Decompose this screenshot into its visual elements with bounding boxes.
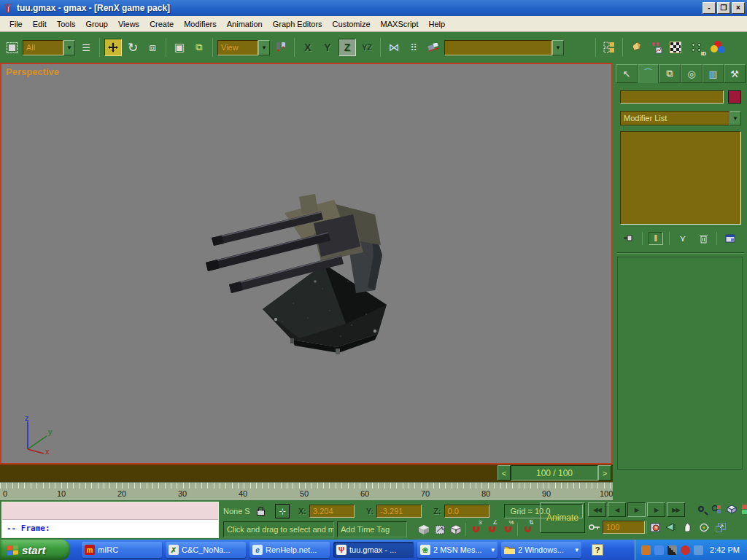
pan-hand-button[interactable] — [681, 521, 694, 534]
select-move-button[interactable] — [104, 39, 122, 56]
pin-stack-button[interactable] — [622, 232, 636, 245]
field-of-view-button[interactable] — [664, 521, 677, 534]
tab-hierarchy[interactable]: ⧉ — [659, 64, 681, 83]
menu-file[interactable]: File — [4, 18, 28, 31]
animate-button[interactable]: Animate — [540, 502, 585, 533]
tab-display[interactable]: ▥ — [703, 64, 724, 83]
chevron-down-icon[interactable]: ▼ — [552, 40, 564, 55]
select-object-button[interactable] — [3, 39, 20, 56]
show-end-result-button[interactable]: ‖ — [649, 232, 663, 245]
menu-modifiers[interactable]: Modifiers — [179, 18, 222, 31]
object-color-swatch[interactable] — [728, 90, 741, 104]
chevron-down-icon[interactable]: ▼ — [258, 40, 270, 55]
menu-group[interactable]: Group — [80, 18, 113, 31]
percent-snap-icon[interactable]: % — [501, 523, 514, 536]
restrict-yz-plane-button[interactable]: YZ — [358, 39, 376, 56]
tray-icon-4[interactable] — [681, 545, 690, 555]
select-rotate-button[interactable]: ↻ — [124, 39, 142, 56]
selection-filter-combo[interactable]: All ▼ — [23, 40, 75, 55]
taskbar-item-cnc[interactable]: ✗ C&C_NoNa... — [166, 542, 246, 558]
time-slider-next-button[interactable]: > — [598, 465, 611, 481]
crossing-selection-icon[interactable] — [433, 523, 446, 536]
time-slider[interactable]: < 100 / 100 > — [498, 465, 611, 481]
y-coord-field[interactable]: -3.291 — [376, 505, 422, 518]
reference-coord-combo[interactable]: View ▼ — [217, 40, 270, 55]
zoom-extents-all-button[interactable] — [740, 502, 747, 516]
modifier-stack-list[interactable] — [620, 131, 741, 225]
tray-icon-3[interactable] — [667, 545, 677, 555]
go-to-end-button[interactable]: ▶▶ — [667, 502, 685, 517]
angle-snap-icon[interactable]: ∠ — [485, 523, 498, 536]
link-button[interactable]: ⧉ — [190, 39, 208, 56]
track-bar[interactable]: < 100 / 100 > — [0, 464, 613, 482]
menu-tools[interactable]: Tools — [52, 18, 81, 31]
chevron-down-icon[interactable]: ▼ — [729, 111, 741, 125]
go-to-start-button[interactable]: ◀◀ — [588, 502, 606, 517]
use-pivot-center-button[interactable] — [272, 39, 290, 56]
configure-modifier-sets-button[interactable] — [723, 232, 738, 245]
menu-maxscript[interactable]: MAXScript — [376, 18, 424, 31]
menu-graph-editors[interactable]: Graph Editors — [268, 18, 328, 31]
tray-icon-5[interactable] — [694, 545, 703, 555]
play-button[interactable]: ▶ — [627, 502, 646, 517]
object-name-input[interactable] — [620, 90, 724, 104]
zoom-button[interactable] — [694, 502, 708, 516]
named-selection-combo[interactable]: ▼ — [444, 40, 564, 55]
zoom-all-button[interactable] — [710, 502, 723, 516]
set-key-icon[interactable] — [588, 521, 601, 534]
array-button[interactable]: ⠿ — [405, 39, 422, 56]
listener-frame-line[interactable]: -- Frame: — [2, 520, 218, 537]
previous-frame-button[interactable]: ◀ — [608, 502, 626, 517]
tray-icon-1[interactable] — [641, 545, 651, 555]
degradation-override-icon[interactable] — [417, 523, 430, 536]
menu-customize[interactable]: Customize — [328, 18, 376, 31]
select-by-name-button[interactable]: ☰ — [77, 39, 95, 56]
tab-modify[interactable]: ⌒ — [638, 64, 659, 83]
track-view-button[interactable] — [647, 39, 665, 56]
select-scale-button[interactable]: ⧈ — [144, 39, 161, 56]
material-id-button[interactable]: ID — [686, 39, 707, 56]
mirror-button[interactable]: ⋈ — [385, 39, 403, 56]
selection-lock-icon[interactable] — [257, 510, 265, 516]
time-slider-value[interactable]: 100 / 100 — [511, 465, 598, 481]
z-coord-field[interactable]: 0.0 — [444, 505, 489, 518]
time-configuration-button[interactable] — [649, 521, 662, 534]
timeline-ruler[interactable]: 0 10 20 30 40 50 60 70 80 90 100 — [0, 482, 613, 500]
tab-motion[interactable]: ◎ — [681, 64, 703, 83]
align-button[interactable] — [425, 39, 442, 56]
chevron-down-icon[interactable]: ▼ — [63, 40, 75, 55]
viewport-label[interactable]: Perspective — [6, 66, 59, 77]
current-frame-field[interactable]: 100 — [603, 521, 645, 534]
taskbar-item-renhelp[interactable]: e RenHelp.net... — [249, 542, 330, 558]
perspective-viewport[interactable]: Perspective — [0, 63, 613, 464]
x-coord-field[interactable]: 3.204 — [309, 505, 355, 518]
snap-toggle-3d-icon[interactable]: 3 — [469, 523, 482, 536]
restrict-x-button[interactable]: X — [299, 39, 317, 56]
restrict-y-button[interactable]: Y — [319, 39, 336, 56]
close-button[interactable]: × — [732, 2, 745, 14]
taskbar-group-msn[interactable]: ❀ 2 MSN Mes... ▾ — [417, 542, 498, 558]
min-max-toggle-button[interactable] — [714, 521, 727, 534]
turret-3d-model[interactable] — [206, 194, 403, 356]
tray-icon-2[interactable] — [654, 545, 664, 555]
add-time-tag[interactable]: Add Time Tag — [337, 521, 407, 537]
zoom-extents-button[interactable] — [725, 502, 738, 516]
absolute-mode-button[interactable]: ⊹ — [275, 504, 290, 518]
make-unique-button[interactable]: ⋎ — [676, 232, 690, 245]
tab-utilities[interactable]: ⚒ — [724, 64, 746, 83]
restore-button[interactable]: ❐ — [717, 2, 730, 14]
menu-create[interactable]: Create — [144, 18, 179, 31]
restrict-z-button[interactable]: Z — [338, 39, 356, 56]
arc-rotate-button[interactable] — [697, 521, 711, 534]
layer-manager-button[interactable] — [600, 39, 618, 56]
render-button[interactable] — [709, 39, 727, 56]
maxscript-mini-listener[interactable]: -- Frame: — [1, 502, 219, 538]
taskbar-group-windows[interactable]: 2 Windows... ▾ — [501, 542, 581, 558]
material-editor-button[interactable] — [667, 39, 684, 56]
modifier-list-combo[interactable]: Modifier List ▼ — [620, 111, 741, 125]
snap-cube-icon[interactable] — [449, 523, 462, 536]
tab-create[interactable]: ↖ — [616, 64, 638, 83]
menu-views[interactable]: Views — [113, 18, 144, 31]
minimize-button[interactable]: - — [703, 2, 716, 14]
listener-pink-line[interactable] — [2, 502, 218, 520]
